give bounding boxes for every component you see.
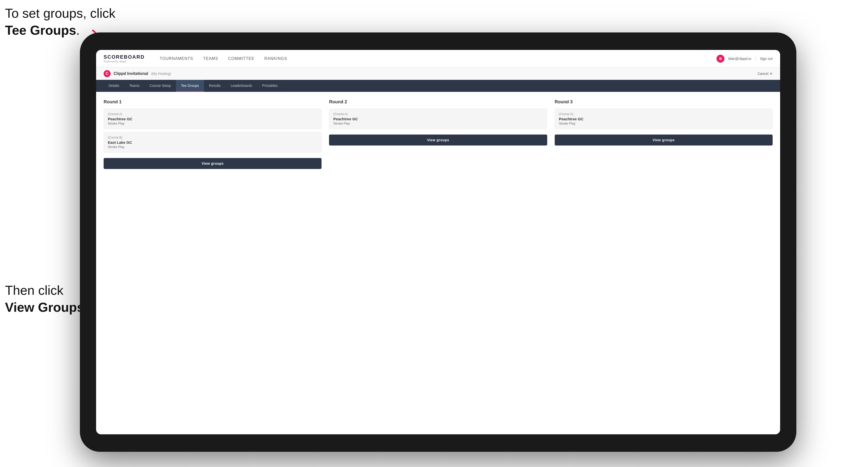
round-2-course-a-format: Stroke Play <box>333 122 543 125</box>
tab-tee-groups[interactable]: Tee Groups <box>176 80 204 92</box>
top-nav-links: TOURNAMENTS TEAMS COMMITTEE RANKINGS <box>159 55 707 62</box>
round-1-course-b-label: (Course B) <box>108 136 317 139</box>
round-3-view-groups-button[interactable]: View groups <box>555 134 773 146</box>
round-1-course-a-name: Peachtree GC <box>108 117 317 121</box>
round-1-course-a-label: (Course A) <box>108 112 317 116</box>
round-2-column: Round 2 (Course A) Peachtree GC Stroke P… <box>329 99 547 169</box>
tournament-info: C Clippd Invitational (My Hosting) <box>103 70 171 77</box>
cancel-button[interactable]: Cancel ✕ <box>757 72 773 75</box>
round-2-view-groups-button[interactable]: View groups <box>329 134 547 146</box>
round-3-title: Round 3 <box>555 99 773 104</box>
logo-powered: Powered by clippit <box>103 60 145 63</box>
round-2-title: Round 2 <box>329 99 547 104</box>
tab-teams[interactable]: Teams <box>124 80 145 92</box>
round-1-course-b: (Course B) East Lake GC Stroke Play <box>103 132 321 153</box>
round-3-column: Round 3 (Course A) Peachtree GC Stroke P… <box>555 99 773 169</box>
round-2-course-a-name: Peachtree GC <box>333 117 543 121</box>
tab-leaderboards[interactable]: Leaderboards <box>226 80 257 92</box>
logo-scoreboard: SCOREBOARD <box>103 54 145 60</box>
nav-committee[interactable]: COMMITTEE <box>228 55 254 62</box>
round-3-course-a-format: Stroke Play <box>559 122 768 125</box>
tournament-bar: C Clippd Invitational (My Hosting) Cance… <box>96 67 780 80</box>
tab-details[interactable]: Details <box>103 80 124 92</box>
cancel-label: Cancel <box>757 72 768 75</box>
tab-results[interactable]: Results <box>204 80 226 92</box>
main-content: Round 1 (Course A) Peachtree GC Stroke P… <box>96 92 780 434</box>
round-3-course-a-name: Peachtree GC <box>559 117 768 121</box>
tournament-hosting: (My Hosting) <box>151 72 171 75</box>
sign-out-link[interactable]: Sign out <box>760 57 773 61</box>
round-3-course-a-label: (Course A) <box>559 112 768 116</box>
separator: | <box>755 56 756 61</box>
cancel-x: ✕ <box>770 72 773 75</box>
round-3-course-a: (Course A) Peachtree GC Stroke Play <box>555 108 773 129</box>
top-nav-right: B blair@clippd.io | Sign out <box>716 55 773 63</box>
tournament-icon: C <box>103 70 111 77</box>
logo-area: SCOREBOARD Powered by clippit <box>103 54 145 63</box>
tablet-device: SCOREBOARD Powered by clippit TOURNAMENT… <box>80 32 796 452</box>
tab-course-setup[interactable]: Course Setup <box>145 80 176 92</box>
user-avatar: B <box>716 55 724 63</box>
logo-text: SCOREBOARD <box>103 54 145 60</box>
round-2-course-a-label: (Course A) <box>333 112 543 116</box>
nav-tournaments[interactable]: TOURNAMENTS <box>159 55 193 62</box>
round-1-course-a: (Course A) Peachtree GC Stroke Play <box>103 108 321 129</box>
tablet-screen: SCOREBOARD Powered by clippit TOURNAMENT… <box>96 50 780 434</box>
instructions-bottom-bold: View Groups <box>5 300 84 314</box>
round-1-view-groups-button[interactable]: View groups <box>103 158 321 169</box>
top-nav: SCOREBOARD Powered by clippit TOURNAMENT… <box>96 50 780 67</box>
round-1-title: Round 1 <box>103 99 321 104</box>
sub-nav: Details Teams Course Setup Tee Groups Re… <box>96 80 780 92</box>
round-1-course-b-format: Stroke Play <box>108 145 317 149</box>
round-1-course-b-name: East Lake GC <box>108 140 317 145</box>
tab-printables[interactable]: Printables <box>257 80 283 92</box>
tournament-name: Clippd Invitational <box>114 71 148 76</box>
nav-rankings[interactable]: RANKINGS <box>265 55 287 62</box>
instructions-bottom: Then click View Groups. <box>5 282 88 316</box>
round-1-course-a-format: Stroke Play <box>108 122 317 125</box>
user-email: blair@clippd.io <box>728 57 751 61</box>
rounds-grid: Round 1 (Course A) Peachtree GC Stroke P… <box>103 99 773 169</box>
round-2-course-a: (Course A) Peachtree GC Stroke Play <box>329 108 547 129</box>
instructions-bottom-line1: Then click <box>5 283 63 298</box>
instructions-top-bold: Tee Groups <box>5 23 76 37</box>
round-1-column: Round 1 (Course A) Peachtree GC Stroke P… <box>103 99 321 169</box>
nav-teams[interactable]: TEAMS <box>203 55 218 62</box>
